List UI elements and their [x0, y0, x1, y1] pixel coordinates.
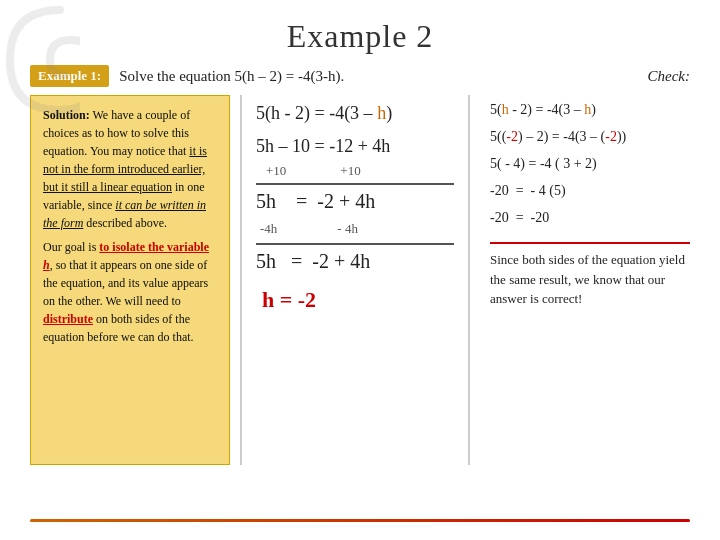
main-content: Solution: We have a couple of choices as…: [30, 95, 690, 465]
check-line-2: 5((-2) – 2) = -4(3 – (-2)): [490, 126, 690, 147]
bottom-decorative-line: [30, 519, 690, 522]
steps-area: 5(h - 2) = -4(3 – h) 5h – 10 = -12 + 4h …: [240, 95, 470, 465]
example-problem: Solve the equation 5(h – 2) = -4(3-h).: [119, 68, 344, 85]
final-answer: h = -2: [256, 287, 454, 313]
check-line-3: 5( - 4) = -4 ( 3 + 2): [490, 153, 690, 174]
step-3: 5h = -2 + 4h: [256, 183, 454, 215]
check-line-5: -20 = -20: [490, 207, 690, 228]
plus10-right: +10: [340, 163, 360, 179]
minus4h-right: - 4h: [337, 221, 358, 237]
step-2: 5h – 10 = -12 + 4h: [256, 134, 454, 159]
step-1: 5(h - 2) = -4(3 – h): [256, 101, 454, 126]
solution-intro: Solution: We have a couple of choices as…: [43, 106, 217, 232]
plus10-row: +10 +10: [256, 163, 454, 179]
check-label: Check:: [648, 68, 690, 85]
page-title: Example 2: [0, 0, 720, 65]
minus4h-left: -4h: [260, 221, 277, 237]
not-in-the: it is not in the form introduced earlier…: [43, 144, 207, 194]
solution-goal: Our goal is to isolate the variable h, s…: [43, 238, 217, 346]
check-final: Since both sides of the equation yield t…: [490, 242, 690, 309]
plus10-left: +10: [266, 163, 286, 179]
solution-box: Solution: We have a couple of choices as…: [30, 95, 230, 465]
check-line-1: 5(h - 2) = -4(3 – h): [490, 99, 690, 120]
example-bar: Example 1: Solve the equation 5(h – 2) =…: [30, 65, 690, 87]
isolate-label: to isolate the variable h: [43, 240, 209, 272]
can-be: it can be written in the form: [43, 198, 206, 230]
distribute-label: distribute: [43, 312, 93, 326]
check-line-4: -20 = - 4 (5): [490, 180, 690, 201]
minus4h-row: -4h - 4h: [256, 221, 454, 237]
swirl-decoration: [0, 0, 80, 120]
step-4: 5h = -2 + 4h: [256, 243, 454, 275]
check-area: 5(h - 2) = -4(3 – h) 5((-2) – 2) = -4(3 …: [480, 95, 690, 465]
